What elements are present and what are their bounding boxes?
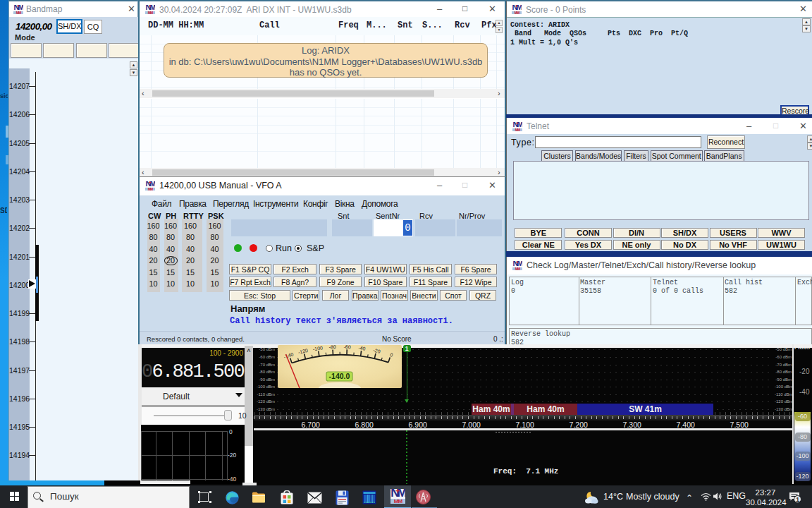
svg-text:-80: -80 [329,345,337,350]
svg-text:-140.0: -140.0 [329,372,350,380]
svg-text:-60: -60 [344,345,351,349]
svg-text:-40: -40 [358,346,366,351]
